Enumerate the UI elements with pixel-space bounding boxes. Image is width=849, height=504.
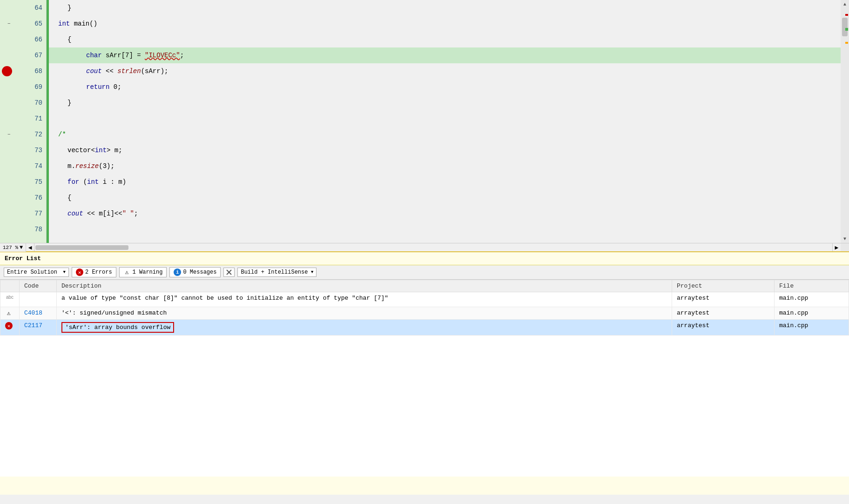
scroll-down-arrow[interactable]: ▼ <box>841 235 849 243</box>
line-num-71: 71 <box>14 111 46 127</box>
hscrollbar-row: 127 % ▼ ◀ ▶ <box>0 243 849 251</box>
error-list-panel: Error List Entire Solution ▼ ✕ 2 Errors … <box>0 251 849 495</box>
row-code-1 <box>20 292 57 307</box>
code-line-77: cout << m[i]<<" "; <box>49 206 841 222</box>
row-file-2: main.cpp <box>775 307 849 320</box>
row-code-2: C4018 <box>20 307 57 320</box>
scroll-marker-error1 <box>845 14 848 16</box>
table-row[interactable]: ✕ C2117 'sArr': array bounds overflow ar… <box>0 320 849 336</box>
line-num-69: 69 <box>14 79 46 95</box>
scroll-thumb[interactable] <box>842 18 848 36</box>
collapse-icon-72[interactable]: − <box>7 132 11 137</box>
errors-badge[interactable]: ✕ 2 Errors <box>72 267 116 277</box>
line-num-72: − 72 <box>14 127 46 142</box>
error-circle-icon: ✕ <box>76 269 83 276</box>
code-text-72: /* <box>58 131 66 138</box>
error-table-container[interactable]: Code Description Project File abc <box>0 280 849 477</box>
code-text-69: return 0; <box>58 83 121 91</box>
row-icon-cell-1: abc <box>0 292 20 307</box>
hscroll-corner <box>841 243 849 251</box>
error-highlight-box: 'sArr': array bounds overflow <box>61 322 174 333</box>
filter-label: Entire Solution <box>7 269 57 276</box>
code-text-73: vector<int> m; <box>58 147 122 154</box>
code-line-71 <box>49 111 841 127</box>
line-numbers: 64 − 65 66 67 68 69 70 71 − 72 73 74 75 … <box>14 0 47 243</box>
row-code-3: C2117 <box>20 320 57 336</box>
messages-badge[interactable]: i 0 Messages <box>169 267 221 277</box>
table-header-row: Code Description Project File <box>0 280 849 292</box>
code-line-72: /* <box>49 127 841 142</box>
row-project-1: arraytest <box>672 292 775 307</box>
code-link-c2117[interactable]: C2117 <box>24 322 42 329</box>
zoom-control[interactable]: 127 % ▼ <box>0 243 26 252</box>
hscroll-thumb[interactable] <box>35 245 128 250</box>
row-warning-icon: ⚠ <box>5 309 13 317</box>
row-project-3: arraytest <box>672 320 775 336</box>
code-line-78 <box>49 222 841 237</box>
code-text-66: { <box>58 36 71 43</box>
line-num-76: 76 <box>14 190 46 206</box>
collapse-icon-65[interactable]: − <box>7 21 11 27</box>
error-list-toolbar: Entire Solution ▼ ✕ 2 Errors ⚠ 1 Warning… <box>0 265 849 280</box>
row-project-2: arraytest <box>672 307 775 320</box>
zoom-value: 127 % <box>3 245 18 250</box>
table-row[interactable]: abc a value of type "const char [8]" can… <box>0 292 849 307</box>
line-num-77: 77 <box>14 206 46 222</box>
scroll-up-arrow[interactable]: ▲ <box>841 0 849 8</box>
line-num-78: 78 <box>14 222 46 237</box>
hscroll-left-arrow[interactable]: ◀ <box>26 243 34 251</box>
clear-icon <box>226 269 232 276</box>
col-header-description: Description <box>57 280 672 292</box>
col-header-code: Code <box>20 280 57 292</box>
row-file-3: main.cpp <box>775 320 849 336</box>
squiggle-underline-icon <box>5 301 14 304</box>
code-text-70: } <box>58 99 71 107</box>
scroll-marker-change <box>845 28 848 31</box>
warning-triangle-icon: ⚠ <box>123 269 131 276</box>
code-text-75: for (int i : m) <box>58 178 126 186</box>
code-line-75: for (int i : m) <box>49 174 841 190</box>
code-text-74: m.resize(3); <box>58 162 115 170</box>
info-circle-icon: i <box>174 269 181 276</box>
row-desc-2: '<': signed/unsigned mismatch <box>57 307 672 320</box>
col-header-file: File <box>775 280 849 292</box>
code-line-66: { <box>49 32 841 47</box>
hscroll-track[interactable] <box>34 243 832 251</box>
zoom-dropdown-arrow[interactable]: ▼ <box>20 244 23 251</box>
line-num-65: − 65 <box>14 16 46 32</box>
line-num-66: 66 <box>14 32 46 47</box>
line-num-70: 70 <box>14 95 46 111</box>
vertical-scrollbar[interactable]: ▲ ▼ <box>841 0 849 243</box>
line-num-73: 73 <box>14 142 46 158</box>
warnings-badge[interactable]: ⚠ 1 Warning <box>119 267 167 277</box>
filter-arrow-icon: ▼ <box>63 270 66 275</box>
errors-count-label: 2 Errors <box>85 269 112 276</box>
code-link-c4018[interactable]: C4018 <box>24 309 42 316</box>
breakpoint-marker[interactable] <box>2 66 12 76</box>
code-line-68: cout << strlen(sArr); <box>49 63 841 79</box>
code-line-64: } <box>49 0 841 16</box>
error-list-title: Error List <box>5 255 41 262</box>
line-num-75: 75 <box>14 174 46 190</box>
code-text-76: { <box>58 194 71 202</box>
code-text-64: } <box>58 4 71 12</box>
messages-count-label: 0 Messages <box>183 269 216 276</box>
line-num-64: 64 <box>14 0 46 16</box>
line-num-74: 74 <box>14 158 46 174</box>
line-num-67: 67 <box>14 47 46 63</box>
row-desc-1: a value of type "const char [8]" cannot … <box>57 292 672 307</box>
scroll-marker-warning <box>845 42 848 44</box>
hscroll-right-arrow[interactable]: ▶ <box>832 243 841 251</box>
col-header-icon <box>0 280 20 292</box>
build-filter-dropdown[interactable]: Build + IntelliSense ▼ <box>237 268 317 277</box>
row-icon-cell-3: ✕ <box>0 320 20 336</box>
filter-dropdown[interactable]: Entire Solution ▼ <box>4 268 69 277</box>
table-row[interactable]: ⚠ C4018 '<': signed/unsigned mismatch ar… <box>0 307 849 320</box>
breakpoint-gutter <box>0 0 14 243</box>
row-file-1: main.cpp <box>775 292 849 307</box>
build-filter-arrow-icon: ▼ <box>311 270 313 275</box>
code-lines[interactable]: } int main() { char sArr[7] = "ILOVECc";… <box>49 0 841 243</box>
code-editor: 64 − 65 66 67 68 69 70 71 − 72 73 74 75 … <box>0 0 849 251</box>
code-text-67: char sArr[7] = "ILOVECc"; <box>58 52 184 59</box>
clear-filter-button[interactable] <box>223 268 235 277</box>
